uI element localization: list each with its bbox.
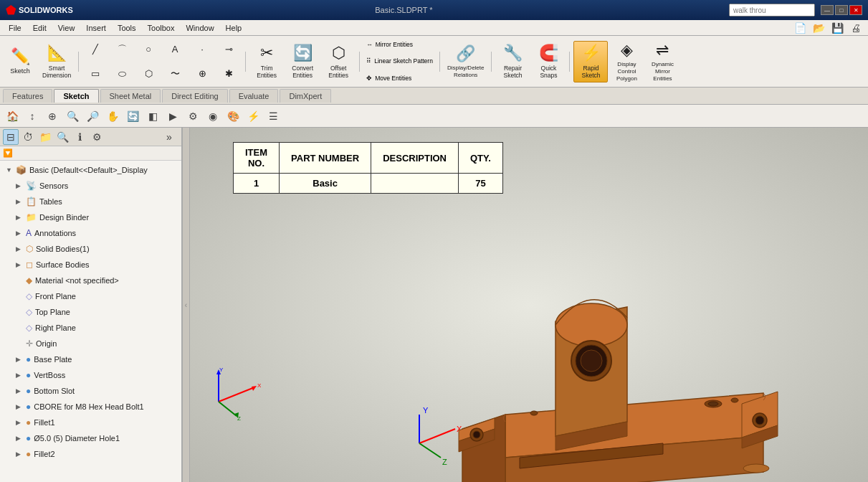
tree-diameter-hole[interactable]: ▶ ● Ø5.0 (5) Diameter Hole1 [0,430,181,446]
centerline-button[interactable]: ⊸ [216,38,242,61]
tree-surface-bodies[interactable]: ▶ ◻ Surface Bodies [0,257,181,273]
quick-snaps-button[interactable]: 🧲 Quick Snaps [531,41,566,82]
sidebar-tab-bar: ⊟ ⏱ 📁 🔍 ℹ ⚙ » [0,128,181,146]
sidebar-collapse-handle[interactable]: ‹ [183,128,190,482]
tree-top-plane[interactable]: ◇ Top Plane [0,304,181,320]
extra-button[interactable]: ✱ [216,62,242,85]
line-button[interactable]: ╱ [82,38,108,61]
zoom-to-fit-button[interactable]: ⊕ [43,107,62,126]
rect-button[interactable]: ▭ [82,62,108,85]
section-view-button[interactable]: ◧ [143,107,162,126]
dynamic-mirror-button[interactable]: ⇌ Dynamic Mirror Entities [645,41,679,82]
quick-access-print[interactable]: 🖨 [848,20,864,36]
tree-vert-boss[interactable]: ▶ ● VertBoss [0,367,181,383]
tree-origin[interactable]: ✛ Origin [0,336,181,351]
tree-fillet2[interactable]: ▶ ● Fillet2 [0,446,181,462]
quick-snaps-label: Quick Snaps [540,65,557,79]
quick-access-save[interactable]: 💾 [829,20,845,36]
tree-cbore[interactable]: ▶ ● CBORE for M8 Hex Head Bolt1 [0,399,181,415]
view3d-button[interactable]: ▶ [163,107,182,126]
offset-button[interactable]: ⬡ Offset Entities [321,41,356,82]
tree-fillet1[interactable]: ▶ ● Fillet1 [0,415,181,430]
zoom-in-button[interactable]: 🔍 [63,107,82,126]
sidebar-tab-property[interactable]: ℹ [72,129,87,145]
tab-dimxpert[interactable]: DimXpert [280,89,331,103]
move-entities-button[interactable]: ✥ Move Entities [363,72,436,85]
linear-pattern-button[interactable]: ⠿ Linear Sketch Pattern [363,55,436,67]
arc-icon: ⌒ [118,43,127,56]
svg-text:Z: Z [237,415,241,422]
mirror-entities-button[interactable]: ↔ Mirror Entities [363,38,436,51]
menu-insert[interactable]: Insert [80,22,112,34]
sidebar-tab-filter[interactable]: ⊟ [3,129,19,145]
menu-tools[interactable]: Tools [112,22,142,34]
tab-direct-editing[interactable]: Direct Editing [162,89,227,103]
tab-sheet-metal[interactable]: Sheet Metal [100,89,161,103]
quick-access-new[interactable]: 📄 [792,20,808,36]
polygon-button[interactable]: ⬡ [135,62,161,85]
tree-base-plate[interactable]: ▶ ● Base Plate [0,351,181,367]
curvature-button[interactable]: ◉ [204,107,222,126]
trim-button[interactable]: ✂ Trim Entities [249,41,284,82]
ellipse-button[interactable]: ⬭ [109,62,135,85]
tab-sketch[interactable]: Sketch [54,89,98,103]
search-input[interactable] [729,4,815,16]
maximize-button[interactable]: □ [835,5,848,15]
circle-button[interactable]: ○ [135,38,161,61]
zoom-out-button[interactable]: 🔎 [83,107,102,126]
repair-sketch-button[interactable]: 🔧 Repair Sketch [495,41,530,82]
material-icon: ◆ [26,275,32,285]
pan-button[interactable]: ✋ [103,107,122,126]
arc-button[interactable]: ⌒ [109,38,135,61]
settings-button[interactable]: ☰ [264,107,282,126]
smart-dimension-button[interactable]: 📐 SmartDimension [39,41,75,82]
menu-help[interactable]: Help [220,22,248,34]
svg-point-16 [581,350,602,372]
tree-annotations[interactable]: ▶ A Annotations [0,225,181,241]
tree-tables[interactable]: ▶ 📋 Tables [0,194,181,209]
vert-boss-icon: ● [26,370,31,380]
point-button[interactable]: · [189,38,215,61]
sidebar-tab-folder[interactable]: 📁 [37,129,53,145]
tab-features[interactable]: Features [3,89,52,103]
convert-button[interactable]: 🔄 Convert Entities [285,41,320,82]
menu-window[interactable]: Window [180,22,219,34]
display-delete-button[interactable]: 🔗 Display/Delete Relations [444,41,488,82]
sidebar-tab-search[interactable]: 🔍 [54,129,70,145]
appearance-button[interactable]: 🎨 [224,107,242,126]
tree-solid-bodies[interactable]: ▶ ⬡ Solid Bodies(1) [0,241,181,257]
tab-evaluate[interactable]: Evaluate [229,89,279,103]
tree-sensors[interactable]: ▶ 📡 Sensors [0,178,181,194]
realview-button[interactable]: ⚡ [244,107,262,126]
quick-access-open[interactable]: 📂 [811,20,826,36]
zebra-button[interactable]: ⚙ [183,107,202,126]
sidebar-tab-history[interactable]: ⏱ [20,129,36,145]
rapid-sketch-button[interactable]: ⚡ Rapid Sketch [573,41,608,82]
view-orient-button[interactable]: ↕ [23,107,42,126]
rotate-button[interactable]: 🔄 [123,107,142,126]
sidebar-tab-config[interactable]: ⚙ [89,129,105,145]
tree-front-plane[interactable]: ◇ Front Plane [0,288,181,304]
tree-root[interactable]: ▼ 📦 Basic (Default<<Default>_Display [0,162,181,178]
view-home-button[interactable]: 🏠 [3,107,22,126]
tree-design-binder[interactable]: ▶ 📁 Design Binder [0,209,181,225]
menu-view[interactable]: View [52,22,81,34]
sketch-button[interactable]: ✏️ Sketch [3,41,37,82]
tree-material[interactable]: ◆ Material <not specified> [0,273,181,288]
line-icon: ╱ [92,44,98,55]
tree-right-plane[interactable]: ◇ Right Plane [0,320,181,336]
minimize-button[interactable]: — [821,5,834,15]
sidebar-expand[interactable]: » [161,129,177,145]
offset-pt-button[interactable]: ⊕ [189,62,215,85]
right-plane-expand [16,324,24,331]
spline-button[interactable]: 〜 [162,62,188,85]
close-button[interactable]: ✕ [849,5,862,15]
menu-toolbox[interactable]: Toolbox [142,22,181,34]
menu-file[interactable]: File [3,22,27,34]
mirror-icon: ↔ [366,41,373,48]
display-control-button[interactable]: ◈ Display Control Polygon [609,41,644,82]
menu-edit[interactable]: Edit [27,22,52,34]
feature-tree: ▼ 📦 Basic (Default<<Default>_Display ▶ 📡… [0,161,181,482]
tree-bottom-slot[interactable]: ▶ ● Bottom Slot [0,383,181,399]
text-button[interactable]: A [162,38,188,61]
